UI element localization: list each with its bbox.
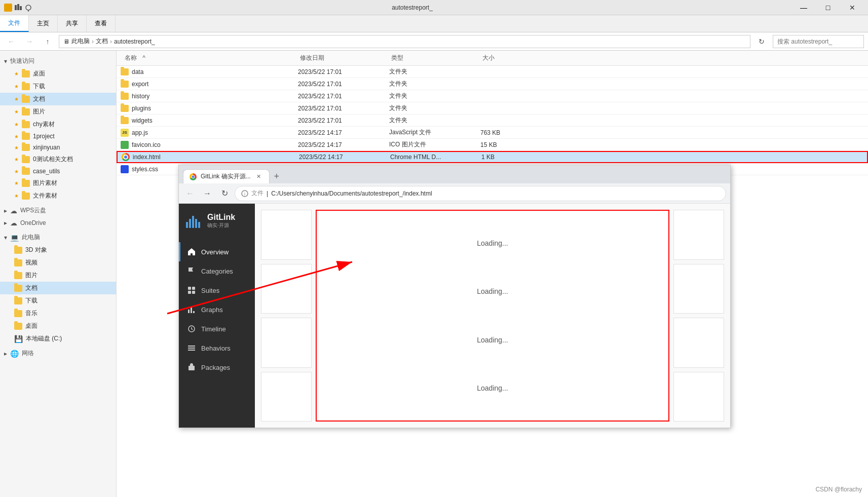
gitlink-nav-item-suites[interactable]: Suites [179,281,255,300]
sidebar-label-1project: 1project [33,133,55,140]
gitlink-nav-item-graphs[interactable]: Graphs [179,300,255,319]
sidebar-item-1project[interactable]: ★ 1project [0,131,116,142]
sidebar-item-desktop[interactable]: ★ 桌面 [0,67,116,80]
folder-icon [14,323,22,330]
sidebar-item-video[interactable]: 视频 [0,256,116,269]
chevron-down-icon: ▾ [4,234,7,241]
close-button[interactable]: ✕ [841,0,864,15]
sidebar-item-chy[interactable]: ★ chy素材 [0,118,116,131]
path-part-docs: 文档 [96,37,108,46]
wps-header[interactable]: ▸ ☁ WPS云盘 [0,204,116,217]
sidebar-label-desktop2: 桌面 [25,322,37,330]
sidebar-item-downloads2[interactable]: 下载 [0,294,116,307]
thispc-header[interactable]: ▾ 💻 此电脑 [0,231,116,244]
forward-button[interactable]: → [22,34,36,49]
quick-access-header[interactable]: ▾ 快速访问 [0,55,116,67]
ribbon-tab-view[interactable]: 查看 [87,15,116,32]
path-part-computer: 此电脑 [71,37,90,46]
css-file-icon [121,165,129,173]
gitlink-nav-item-categories[interactable]: Categories [179,261,255,281]
sidebar-item-xinjinyuan[interactable]: ★ xinjinyuan [0,142,116,153]
quick-access-icon [14,4,22,12]
url-text: | [267,190,268,197]
package-icon [187,363,196,372]
browser-refresh-button[interactable]: ↻ [217,186,232,201]
browser-url-bar[interactable]: i 文件 | C:/Users/chenyinhua/Documents/aut… [235,186,726,201]
file-name-favicon: favicon.ico [121,141,298,149]
gitlink-logo-icon [185,212,203,230]
sidebar-item-downloads[interactable]: ★ 下载 [0,80,116,93]
gitlink-nav-item-overview[interactable]: Overview [179,242,255,261]
ribbon-tabs: 文件 主页 共享 查看 [0,15,116,32]
svg-rect-11 [198,222,200,228]
browser-title-bar: GitLink 确实开源... ✕ + [179,165,730,183]
file-row[interactable]: history 2023/5/22 17:01 文件夹 [117,90,868,102]
browser-back-button[interactable]: ← [183,186,197,201]
flag-icon [187,266,196,276]
ribbon-tab-home[interactable]: 主页 [29,15,58,32]
address-path[interactable]: 🖥 此电脑 › 文档 › autotestreport_ [59,35,750,48]
network-header[interactable]: ▸ 🌐 网络 [0,347,116,360]
sidebar-label-downloads: 下载 [33,82,45,91]
path-sep-1: › [92,38,94,45]
sidebar-item-imgmaterial[interactable]: ★ 图片素材 [0,177,116,189]
drive-icon: 💾 [14,335,23,343]
ribbon-tab-file[interactable]: 文件 [0,15,29,32]
file-date: 2023/5/22 17:01 [298,68,389,75]
sidebar-label-3d: 3D 对象 [25,246,47,254]
title-bar-icons [4,4,32,12]
col-date[interactable]: 修改日期 [298,53,389,63]
file-row[interactable]: widgets 2023/5/22 17:01 文件夹 [117,114,868,127]
minimize-button[interactable]: — [792,0,815,15]
back-button[interactable]: ← [4,34,18,49]
folder-icon [121,117,129,124]
sidebar-item-test[interactable]: ★ 0测试相关文档 [0,153,116,166]
up-button[interactable]: ↑ [41,34,55,49]
sidebar-item-music[interactable]: 音乐 [0,307,116,320]
sidebar-item-pictures2[interactable]: 图片 [0,269,116,282]
ribbon-tab-share[interactable]: 共享 [58,15,87,32]
sidebar-label-pictures2: 图片 [25,271,37,280]
maximize-button[interactable]: □ [816,0,840,15]
browser-forward-button[interactable]: → [200,186,214,201]
file-row-index-html[interactable]: index.html 2023/5/22 14:17 Chrome HTML D… [117,151,868,163]
sidebar-item-caseutils[interactable]: ★ case_utils [0,166,116,177]
sidebar-item-desktop2[interactable]: 桌面 [0,320,116,332]
left-panel-4 [261,372,312,422]
onedrive-header[interactable]: ▸ ☁ OneDrive [0,217,116,229]
file-row[interactable]: JS app.js 2023/5/22 14:17 JavaScript 文件 … [117,127,868,139]
sidebar-item-3d[interactable]: 3D 对象 [0,244,116,256]
search-input[interactable] [773,35,864,48]
refresh-button[interactable]: ↻ [754,34,769,49]
ico-file-icon [121,141,129,149]
sidebar-item-documents[interactable]: ★ 文档 [0,93,116,105]
browser-window: GitLink 确实开源... ✕ + ← → ↻ i 文件 | C:/User… [178,165,731,428]
svg-rect-9 [192,216,194,228]
file-row[interactable]: export 2023/5/22 17:01 文件夹 [117,78,868,90]
file-row[interactable]: favicon.ico 2023/5/22 14:17 ICO 图片文件 15 … [117,139,868,151]
thispc-section: ▾ 💻 此电脑 3D 对象 视频 图片 文档 [0,231,116,345]
col-name[interactable]: 名称 ^ [121,53,298,63]
quick-access-label: 快速访问 [10,57,34,65]
col-size[interactable]: 大小 [480,53,541,63]
gitlink-nav-item-packages[interactable]: Packages [179,358,255,377]
col-type[interactable]: 类型 [389,53,480,63]
file-type: Chrome HTML D... [390,154,481,161]
gitlink-nav-item-behaviors[interactable]: Behaviors [179,338,255,358]
gitlink-nav-item-timeline[interactable]: Timeline [179,319,255,338]
browser-tabs: GitLink 确实开源... ✕ + [179,165,284,183]
new-tab-button[interactable]: + [270,169,284,183]
sidebar-item-filematerial[interactable]: ★ 文件素材 [0,189,116,202]
sidebar-item-pictures[interactable]: ★ 图片 [0,105,116,118]
network-section: ▸ 🌐 网络 [0,347,116,360]
pin-star-icon: ★ [14,134,19,139]
nav-label-categories: Categories [201,267,233,275]
file-row[interactable]: plugins 2023/5/22 17:01 文件夹 [117,102,868,114]
tab-close-button[interactable]: ✕ [255,173,263,181]
sidebar-item-localc[interactable]: 💾 本地磁盘 (C:) [0,332,116,345]
sidebar-item-documents2[interactable]: 文档 [0,282,116,294]
folder-icon [22,96,30,103]
browser-tab[interactable]: GitLink 确实开源... ✕ [183,169,270,183]
file-row[interactable]: data 2023/5/22 17:01 文件夹 [117,66,868,78]
title-bar-controls[interactable]: — □ ✕ [792,0,864,15]
